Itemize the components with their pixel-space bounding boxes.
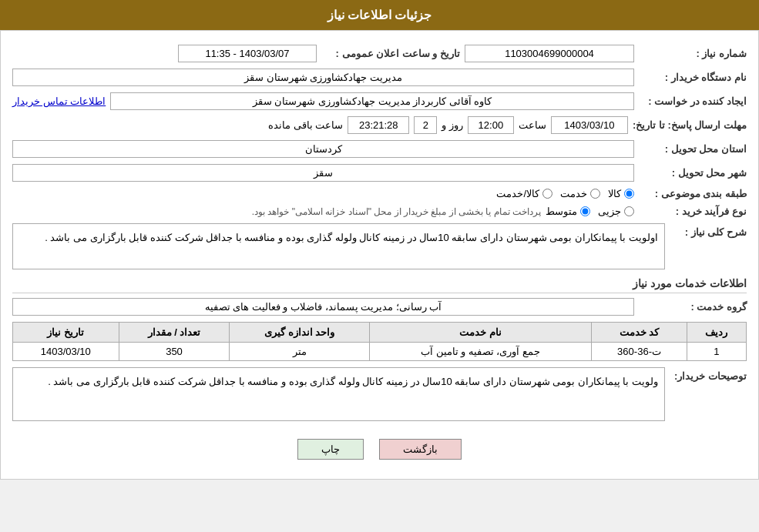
announcement-date-label: تاریخ و ساعت اعلان عمومی : <box>321 48 460 59</box>
table-row: 1 ت-36-360 جمع آوری، تصفیه و تامین آب مت… <box>13 343 747 361</box>
table-cell-quantity: 350 <box>119 343 230 361</box>
back-button[interactable]: بازگشت <box>379 439 462 460</box>
table-header-unit: واحد اندازه گیری <box>230 323 369 343</box>
table-header-name: نام خدمت <box>369 323 591 343</box>
need-description-label: شرح کلی نیاز : <box>670 223 747 238</box>
delivery-province-value: کردستان <box>12 140 634 158</box>
buyer-name-label: نام دستگاه خریدار : <box>639 72 747 83</box>
category-label-khedmat: خدمت <box>560 188 587 199</box>
purchase-note: پرداخت تمام یا بخشی از مبلغ خریدار از مح… <box>252 206 541 217</box>
purchase-type-label: نوع فرآیند خرید : <box>639 206 747 217</box>
category-radio-khedmat[interactable] <box>590 189 600 199</box>
service-group-value: آب رسانی؛ مدیریت پسماند، فاضلاب و فعالیت… <box>12 298 634 316</box>
response-date-value: 1403/03/10 <box>551 116 628 134</box>
delivery-city-value: سقز <box>12 164 634 182</box>
category-radio-group: کالا/خدمت خدمت کالا <box>496 188 634 199</box>
page-header: جزئیات اطلاعات نیاز <box>0 0 759 30</box>
creator-value: کاوه آقائی کاربرداز مدیریت جهادکشاورزی ش… <box>110 92 634 110</box>
response-time-label: ساعت <box>519 119 546 131</box>
announcement-date-value: 1403/03/07 - 11:35 <box>178 45 317 62</box>
response-time-value: 12:00 <box>468 116 514 134</box>
buyer-desc-value: ولویت با پیمانکاران بومی شهرستان دارای س… <box>12 367 665 421</box>
category-option-khedmat[interactable]: خدمت <box>560 188 600 199</box>
purchase-type-label-jozi: جزیی <box>598 206 621 217</box>
purchase-type-option-jozi[interactable]: جزیی <box>598 206 634 217</box>
response-deadline-label: مهلت ارسال پاسخ: تا تاریخ: <box>633 119 747 131</box>
table-cell-name: جمع آوری، تصفیه و تامین آب <box>369 343 591 361</box>
delivery-province-label: استان محل تحویل : <box>639 143 747 155</box>
category-label-kala: کالا <box>608 188 621 199</box>
category-option-kala[interactable]: کالا <box>608 188 634 199</box>
table-header-quantity: تعداد / مقدار <box>119 323 230 343</box>
print-button[interactable]: چاپ <box>297 439 364 460</box>
response-days-label: روز و <box>442 119 463 131</box>
table-cell-code: ت-36-360 <box>592 343 687 361</box>
category-radio-kala-khedmat[interactable] <box>542 189 552 199</box>
table-header-row: ردیف <box>687 323 746 343</box>
category-label: طبقه بندی موضوعی : <box>639 188 747 199</box>
category-option-kala-khedmat[interactable]: کالا/خدمت <box>496 188 552 199</box>
purchase-type-radio-motevaset[interactable] <box>580 206 590 216</box>
creator-label: ایجاد کننده در خواست : <box>639 95 747 107</box>
need-description-value: اولویت با پیمانکاران بومی شهرستان دارای … <box>12 223 665 269</box>
table-cell-row: 1 <box>687 343 746 361</box>
table-header-date: تاریخ نیاز <box>13 323 119 343</box>
response-days-value: 2 <box>414 116 437 134</box>
delivery-city-label: شهر محل تحویل : <box>639 167 747 179</box>
table-cell-unit: متر <box>230 343 369 361</box>
need-number-label: شماره نیاز : <box>639 48 747 59</box>
contact-link[interactable]: اطلاعات تماس خریدار <box>12 95 106 107</box>
purchase-type-option-motevaset[interactable]: متوسط <box>546 206 590 217</box>
category-label-kala-khedmat: کالا/خدمت <box>496 188 539 199</box>
table-header-code: کد خدمت <box>592 323 687 343</box>
action-buttons: بازگشت چاپ <box>12 427 747 471</box>
table-cell-date: 1403/03/10 <box>13 343 119 361</box>
purchase-type-group: متوسط جزیی <box>546 206 634 217</box>
purchase-type-radio-jozi[interactable] <box>624 206 634 216</box>
need-number-value: 1103004699000004 <box>465 45 634 62</box>
page-title: جزئیات اطلاعات نیاز <box>327 8 432 22</box>
purchase-type-label-motevaset: متوسط <box>546 206 577 217</box>
response-remaining-label: ساعت باقی مانده <box>268 119 343 131</box>
service-group-label: گروه خدمت : <box>639 301 747 313</box>
buyer-desc-label: توصیحات خریدار: <box>670 367 747 382</box>
services-table: ردیف کد خدمت نام خدمت واحد اندازه گیری ت… <box>12 322 747 361</box>
category-radio-kala[interactable] <box>624 189 634 199</box>
buyer-name-value: مدیریت جهادکشاورزی شهرستان سقز <box>12 69 634 86</box>
service-info-title: اطلاعات خدمات مورد نیاز <box>12 277 747 293</box>
response-remaining-value: 23:21:28 <box>348 116 409 134</box>
